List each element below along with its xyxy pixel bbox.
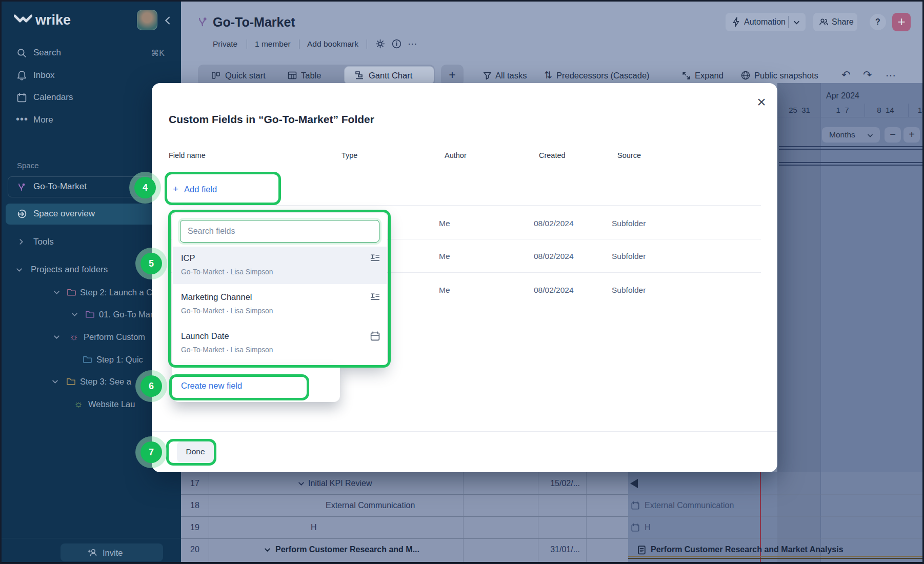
members-label[interactable]: 1 member xyxy=(255,39,291,49)
annotation-box-done xyxy=(166,439,216,466)
header-more-icon[interactable]: ⋯ xyxy=(408,38,418,50)
table-icon xyxy=(287,70,297,80)
share-button[interactable]: Share xyxy=(813,13,857,31)
project-sun-icon: ☼ xyxy=(69,331,78,343)
column-header-author: Author xyxy=(445,151,467,159)
wrike-logo-icon xyxy=(14,13,32,26)
row-number: 17 xyxy=(190,479,199,488)
automation-label: Automation xyxy=(744,17,786,27)
plus-icon: + xyxy=(909,129,915,140)
sidebar-item-calendars[interactable]: Calendars xyxy=(33,92,73,103)
invite-label: Invite xyxy=(103,548,123,558)
gantt-summary-bar xyxy=(779,162,924,163)
chevron-down-icon xyxy=(71,311,78,318)
page-title: Go-To-Market xyxy=(213,15,295,30)
automation-button[interactable]: Automation xyxy=(726,13,806,31)
toolbar-more-icon[interactable]: ⋯ xyxy=(886,69,896,82)
annotation-step-6: 6 xyxy=(140,375,162,397)
tree-item-step1[interactable]: Step 1: Quic xyxy=(96,355,143,365)
filter-all-tasks[interactable]: All tasks xyxy=(495,71,527,80)
gantt-bars-strip: External Communication H Perform Custome… xyxy=(628,472,924,562)
close-icon[interactable]: × xyxy=(757,93,766,111)
task-title[interactable]: Initial KPI Review xyxy=(308,479,372,488)
redo-icon[interactable]: ↷ xyxy=(863,69,872,81)
plus-icon: + xyxy=(449,68,455,82)
folder-icon xyxy=(66,377,76,386)
expand-icon xyxy=(681,71,691,80)
public-snapshots-button[interactable]: Public snapshots xyxy=(754,71,818,80)
share-people-icon xyxy=(818,17,829,27)
info-icon[interactable] xyxy=(391,38,402,49)
chevron-down-icon[interactable] xyxy=(793,20,800,25)
sidebar-item-tools[interactable]: Tools xyxy=(33,237,54,247)
tree-item-step3[interactable]: Step 3: See a xyxy=(80,377,131,387)
gantt-bar-label[interactable]: Perform Customer Research and Market Ana… xyxy=(651,545,843,554)
avatar[interactable] xyxy=(137,10,157,30)
undo-icon[interactable]: ↶ xyxy=(841,69,851,81)
gantt-week-label: 1–7 xyxy=(836,106,849,114)
gantt-summary-bar xyxy=(779,149,924,150)
add-bookmark-link[interactable]: Add bookmark xyxy=(307,39,358,49)
screen-bottom-edge xyxy=(2,562,924,564)
annotation-box-dropdown xyxy=(168,210,391,368)
filter-funnel-icon xyxy=(483,71,492,80)
row-divider xyxy=(628,516,924,517)
chevron-down-icon xyxy=(53,289,60,296)
gantt-month-gridline xyxy=(820,83,821,472)
sidebar-item-search[interactable]: Search xyxy=(33,48,61,58)
minus-icon: − xyxy=(890,129,896,140)
sidebar-item-projects-folders[interactable]: Projects and folders xyxy=(31,265,108,275)
row-number: 19 xyxy=(190,523,199,532)
expand-button[interactable]: Expand xyxy=(695,71,724,80)
wrike-logo-text: wrike xyxy=(35,12,71,28)
task-date: 31/01/... xyxy=(477,545,580,554)
modal-title: Custom Fields in “Go-To-Market” Folder xyxy=(169,113,374,126)
tree-item-perform-custom[interactable]: Perform Custom xyxy=(84,332,145,342)
inbox-bell-icon xyxy=(16,70,27,81)
gantt-summary-bar xyxy=(779,146,924,147)
space-overview-icon xyxy=(16,209,27,219)
invite-button[interactable]: Invite xyxy=(61,543,163,561)
field-created: 08/02/2024 xyxy=(534,219,574,228)
task-title[interactable]: Perform Customer Research and M... xyxy=(275,545,419,554)
gantt-summary-bar xyxy=(779,165,924,166)
gantt-header-border xyxy=(777,117,924,117)
gear-icon[interactable] xyxy=(375,38,386,49)
privacy-label: Private xyxy=(213,39,237,49)
gantt-zoom-out-button[interactable]: − xyxy=(885,127,901,143)
create-plus-button[interactable]: + xyxy=(892,13,911,31)
chevron-down-icon[interactable] xyxy=(298,480,305,487)
sidebar-item-more[interactable]: More xyxy=(33,115,53,125)
gantt-bar-label[interactable]: External Communication xyxy=(645,501,734,510)
sort-predecessors[interactable]: Predecessors (Cascade) xyxy=(556,71,650,80)
annotation-step-4: 4 xyxy=(134,177,156,198)
gantt-zoom-label: Months xyxy=(829,130,855,139)
quick-start-icon xyxy=(211,70,221,80)
chevron-down-icon xyxy=(867,133,873,138)
sort-arrows-icon: ⇅ xyxy=(544,69,552,81)
help-button[interactable]: ? xyxy=(870,14,886,30)
task-title[interactable]: External Communication xyxy=(326,501,415,510)
field-author: Me xyxy=(439,219,450,228)
gantt-month-label: Apr 2024 xyxy=(826,91,859,100)
task-title[interactable]: H xyxy=(311,523,317,532)
tab-quick-start[interactable]: Quick start xyxy=(225,71,266,80)
plus-icon: + xyxy=(897,14,905,30)
sidebar-item-inbox[interactable]: Inbox xyxy=(33,70,55,80)
chevron-down-icon[interactable] xyxy=(264,547,271,553)
divider xyxy=(299,39,299,49)
milestone-marker[interactable] xyxy=(630,479,638,488)
tree-item-website-launch[interactable]: Website Lau xyxy=(88,399,135,409)
row-divider xyxy=(628,494,924,495)
gantt-zoom-select[interactable]: Months xyxy=(822,127,880,143)
calendars-icon xyxy=(16,92,27,103)
table-divider xyxy=(169,205,761,206)
field-source: Subfolder xyxy=(612,219,646,228)
tab-table[interactable]: Table xyxy=(301,71,321,80)
gantt-zoom-in-button[interactable]: + xyxy=(903,127,920,143)
search-icon xyxy=(16,48,27,58)
gantt-week-label: 25–31 xyxy=(789,106,810,114)
gantt-task-table: 17 Initial KPI Review 15/02/... 18 Exter… xyxy=(181,472,628,562)
collapse-sidebar-icon[interactable] xyxy=(164,16,171,25)
gantt-bar-label[interactable]: H xyxy=(645,523,651,532)
